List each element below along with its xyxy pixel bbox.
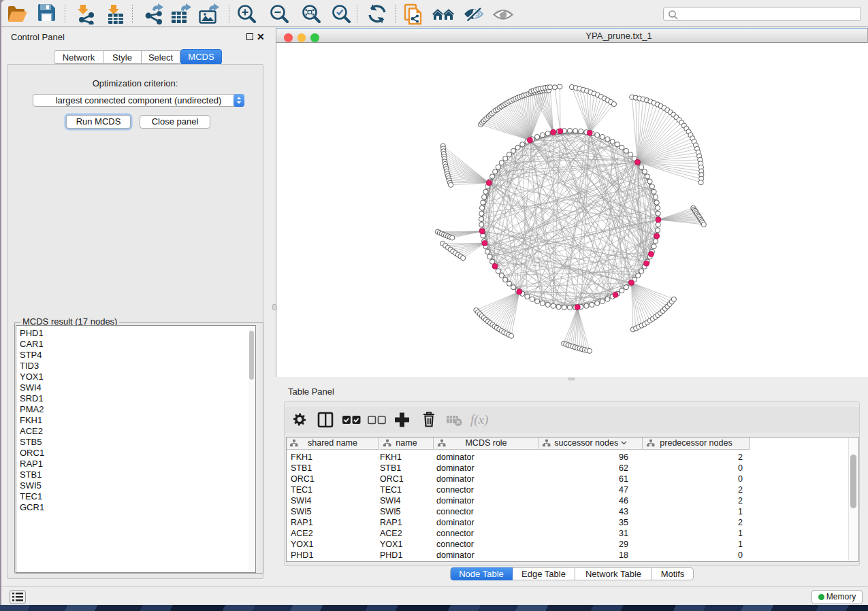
svg-text:f(x): f(x) [470,412,488,427]
